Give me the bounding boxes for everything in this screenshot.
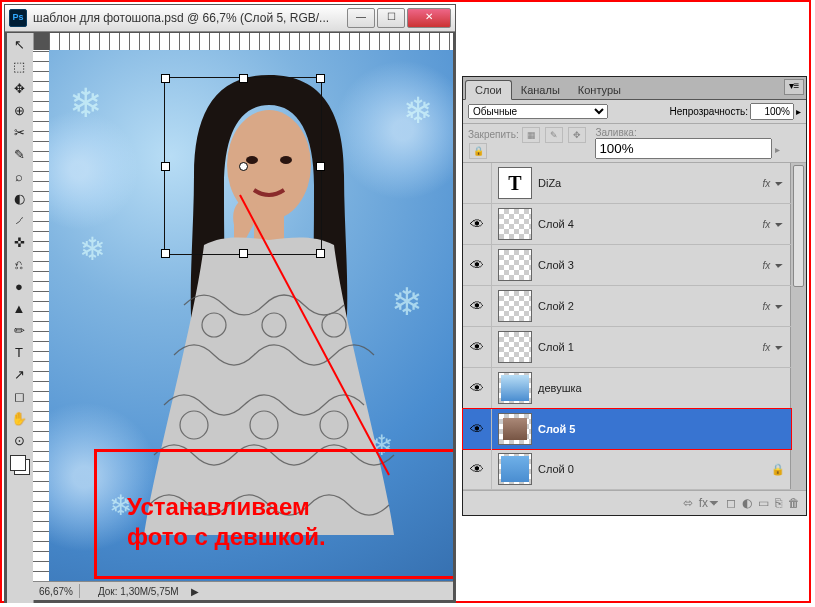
- status-arrow-icon[interactable]: ▶: [185, 586, 205, 597]
- layer-name[interactable]: Слой 4: [538, 218, 762, 230]
- visibility-toggle[interactable]: 👁: [463, 368, 492, 408]
- tab-channels[interactable]: Каналы: [512, 81, 569, 99]
- visibility-toggle[interactable]: 👁: [463, 327, 492, 367]
- layer-name[interactable]: девушка: [538, 382, 791, 394]
- status-zoom[interactable]: 66,67%: [33, 586, 79, 597]
- layer-thumbnail[interactable]: [498, 290, 532, 322]
- visibility-toggle[interactable]: 👁: [463, 449, 492, 489]
- new-layer-icon[interactable]: ⎘: [775, 496, 782, 510]
- lock-transparency-icon[interactable]: ▦: [522, 127, 540, 143]
- opacity-input[interactable]: [750, 103, 794, 120]
- layer-fx-badge[interactable]: fx ⏷: [762, 219, 791, 230]
- layer-group-icon[interactable]: ▭: [758, 496, 769, 510]
- tool-item[interactable]: ✂: [7, 121, 31, 143]
- tool-item[interactable]: ⬚: [7, 55, 31, 77]
- color-swatches[interactable]: [10, 455, 30, 475]
- tool-item[interactable]: T: [7, 341, 31, 363]
- foreground-swatch[interactable]: [10, 455, 26, 471]
- layer-row[interactable]: 👁Слой 4fx ⏷: [463, 204, 791, 245]
- tool-item[interactable]: ⊕: [7, 99, 31, 121]
- layer-row[interactable]: 👁Слой 2fx ⏷: [463, 286, 791, 327]
- tool-item[interactable]: ✥: [7, 77, 31, 99]
- tool-item[interactable]: ⌕: [7, 165, 31, 187]
- scrollbar-thumb[interactable]: [793, 165, 804, 287]
- window-buttons: — ☐ ✕: [345, 8, 451, 28]
- layer-thumbnail[interactable]: [498, 372, 532, 404]
- transform-center[interactable]: [239, 162, 248, 171]
- fill-input[interactable]: [595, 138, 772, 159]
- lock-all-icon[interactable]: 🔒: [469, 143, 487, 159]
- minimize-button[interactable]: —: [347, 8, 375, 28]
- visibility-toggle[interactable]: 👁: [463, 286, 492, 326]
- scrollbar[interactable]: [790, 163, 806, 490]
- tool-item[interactable]: ●: [7, 275, 31, 297]
- layer-name[interactable]: Слой 1: [538, 341, 762, 353]
- transform-handle[interactable]: [161, 249, 170, 258]
- tool-item[interactable]: ↗: [7, 363, 31, 385]
- tool-item[interactable]: ⊙: [7, 429, 31, 451]
- fill-flyout-icon[interactable]: ▸: [775, 144, 780, 155]
- layer-thumbnail[interactable]: [498, 249, 532, 281]
- visibility-toggle[interactable]: 👁: [463, 245, 492, 285]
- tab-layers[interactable]: Слои: [465, 80, 512, 100]
- panel-menu-icon[interactable]: ▾≡: [784, 79, 804, 95]
- transform-handle[interactable]: [161, 74, 170, 83]
- layer-fx-badge[interactable]: fx ⏷: [762, 260, 791, 271]
- layer-thumbnail[interactable]: [498, 331, 532, 363]
- layer-row[interactable]: 👁Слой 3fx ⏷: [463, 245, 791, 286]
- layer-name[interactable]: Слой 0: [538, 463, 771, 475]
- lock-position-icon[interactable]: ✥: [568, 127, 586, 143]
- layer-name[interactable]: Слой 2: [538, 300, 762, 312]
- adjustment-layer-icon[interactable]: ◐: [742, 496, 752, 510]
- layer-row[interactable]: 👁Слой 5: [462, 408, 792, 450]
- tab-paths[interactable]: Контуры: [569, 81, 630, 99]
- layer-row[interactable]: TDiZafx ⏷: [463, 163, 791, 204]
- layer-mask-icon[interactable]: ◻: [726, 496, 736, 510]
- blend-mode-select[interactable]: Обычные: [468, 104, 608, 119]
- opacity-flyout-icon[interactable]: ▸: [796, 106, 801, 117]
- tool-item[interactable]: ◐: [7, 187, 31, 209]
- panel-tabs: Слои Каналы Контуры ▾≡: [463, 77, 806, 100]
- layer-fx-badge[interactable]: fx ⏷: [762, 342, 791, 353]
- transform-handle[interactable]: [239, 74, 248, 83]
- delete-layer-icon[interactable]: 🗑: [788, 496, 800, 510]
- tool-item[interactable]: ⎌: [7, 253, 31, 275]
- layer-thumbnail[interactable]: [498, 208, 532, 240]
- layer-fx-badge[interactable]: fx ⏷: [762, 178, 791, 189]
- lock-pixels-icon[interactable]: ✎: [545, 127, 563, 143]
- link-layers-icon[interactable]: ⬄: [683, 496, 693, 510]
- tool-item[interactable]: ✋: [7, 407, 31, 429]
- layer-fx-icon[interactable]: fx⏷: [699, 496, 720, 510]
- layer-thumbnail[interactable]: [498, 453, 532, 485]
- layer-row[interactable]: 👁Слой 0🔒: [463, 449, 791, 490]
- layer-name[interactable]: Слой 5: [538, 423, 791, 435]
- layer-fx-badge[interactable]: fx ⏷: [762, 301, 791, 312]
- layer-row[interactable]: 👁девушка: [463, 368, 791, 409]
- tool-item[interactable]: ◻: [7, 385, 31, 407]
- transform-handle[interactable]: [239, 249, 248, 258]
- tools-toolbar: ↖⬚✥⊕✂✎⌕◐⟋✜⎌●▲✏T↗◻✋⊙: [7, 33, 34, 603]
- transform-handle[interactable]: [316, 162, 325, 171]
- layer-name[interactable]: Слой 3: [538, 259, 762, 271]
- layer-thumbnail[interactable]: [498, 413, 532, 445]
- tool-item[interactable]: ↖: [7, 33, 31, 55]
- layer-thumbnail[interactable]: T: [498, 167, 532, 199]
- layer-row[interactable]: 👁Слой 1fx ⏷: [463, 327, 791, 368]
- callout-text: Устанавливаем фото с девшкой.: [127, 492, 326, 552]
- visibility-toggle[interactable]: 👁: [463, 204, 492, 244]
- maximize-button[interactable]: ☐: [377, 8, 405, 28]
- transform-handle[interactable]: [161, 162, 170, 171]
- close-button[interactable]: ✕: [407, 8, 451, 28]
- tool-item[interactable]: ✜: [7, 231, 31, 253]
- transform-handle[interactable]: [316, 74, 325, 83]
- transform-box[interactable]: [164, 77, 322, 255]
- canvas-area[interactable]: ❄ ❄ ❄ ❄ ❄ ❄: [49, 50, 453, 582]
- transform-handle[interactable]: [316, 249, 325, 258]
- visibility-toggle[interactable]: [463, 163, 492, 203]
- layer-name[interactable]: DiZa: [538, 177, 762, 189]
- tool-item[interactable]: ▲: [7, 297, 31, 319]
- tool-item[interactable]: ✎: [7, 143, 31, 165]
- tool-item[interactable]: ✏: [7, 319, 31, 341]
- tool-item[interactable]: ⟋: [7, 209, 31, 231]
- visibility-toggle[interactable]: 👁: [463, 409, 492, 449]
